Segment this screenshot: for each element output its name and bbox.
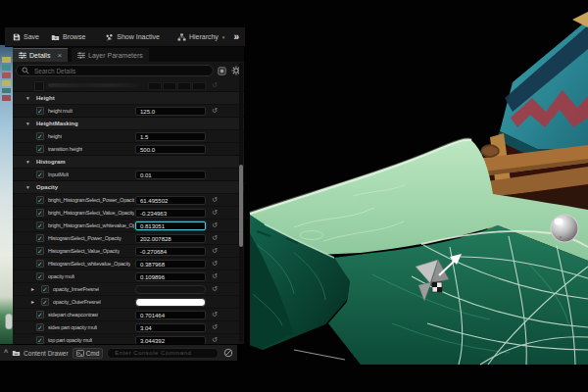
chevron-down-icon: ▾ [26, 159, 29, 165]
search-input[interactable] [32, 67, 208, 75]
value-field[interactable]: 61.495502 [135, 196, 206, 205]
search-icon [22, 67, 29, 74]
revision-control-button[interactable] [222, 348, 233, 359]
browse-button[interactable]: Browse [47, 31, 89, 43]
hierarchy-button[interactable]: Hierarchy ▾ [173, 31, 228, 43]
checkbox-checked[interactable]: ✓ [36, 323, 44, 331]
close-icon[interactable]: × [57, 51, 62, 60]
checkbox-checked[interactable]: ✓ [36, 209, 44, 217]
reset-icon[interactable]: ↺ [212, 323, 218, 331]
reset-icon[interactable]: ↺ [212, 221, 218, 229]
value-field[interactable]: 0.01 [135, 171, 206, 179]
toolbar-overflow-button[interactable]: » [233, 31, 241, 42]
expand-drawer-icon[interactable]: ^ [4, 350, 8, 356]
checkbox-checked[interactable]: ✓ [36, 221, 44, 229]
console-field[interactable] [107, 348, 219, 359]
parameter-row-histogramselect-power-opacity: ✓HistogramSelect_Power_Opacity202.007828… [13, 231, 244, 244]
show-inactive-button[interactable]: Show Inactive [101, 31, 164, 43]
section-header-heightmasking[interactable]: ▾HeightMasking [13, 117, 244, 129]
content-drawer-button[interactable]: Content Drawer [12, 349, 69, 357]
reset-icon[interactable]: ↺ [212, 196, 218, 204]
chevron-down-icon: ▾ [222, 34, 225, 40]
checkbox-checked[interactable]: ✓ [36, 336, 44, 344]
checkbox-checked[interactable]: ✓ [36, 107, 44, 115]
reset-icon[interactable]: ↺ [212, 247, 218, 255]
color-swatch[interactable] [135, 285, 206, 294]
checkbox-checked[interactable]: ✓ [36, 260, 44, 268]
chevron-down-icon: ▾ [26, 95, 29, 101]
panel-options-icon [218, 67, 226, 75]
value-field[interactable]: 500.0 [135, 145, 206, 154]
value-field[interactable]: -0.270684 [135, 247, 206, 256]
value-field[interactable]: 0.109896 [135, 272, 206, 281]
value-field[interactable]: -0.234963 [135, 209, 206, 218]
parameter-row-bright-histogramselect-power-opacity: ✓bright_HistogramSelect_Power_Opacity61.… [13, 193, 244, 206]
cmd-icon [76, 350, 84, 357]
cmd-button[interactable]: Cmd [73, 348, 104, 359]
parameter-row-opacity-mult: ✓opacity mult0.109896↺ [13, 270, 244, 282]
checkbox-checked[interactable]: ✓ [36, 196, 44, 204]
save-button[interactable]: Save [9, 31, 43, 43]
reflection-sphere-gizmo[interactable] [551, 215, 578, 242]
value-field[interactable]: 202.007828 [135, 234, 206, 243]
parameter-label: bright_HistogramSelect_Value_Opacity [48, 210, 134, 216]
color-swatch[interactable] [135, 298, 206, 307]
checkbox-checked[interactable]: ✓ [36, 311, 44, 318]
checkbox-checked[interactable]: ✓ [36, 247, 44, 255]
reset-icon[interactable]: ↺ [212, 260, 218, 268]
checkbox-checked[interactable]: ✓ [41, 285, 49, 293]
reset-icon[interactable]: ↺ [212, 234, 218, 242]
value-field[interactable]: 125.0 [135, 107, 206, 116]
browse-label: Browse [63, 33, 85, 40]
expand-chevron-icon[interactable]: ▸ [31, 298, 34, 305]
console-input[interactable] [113, 349, 213, 357]
sliders-icon [77, 52, 85, 59]
section-header-height[interactable]: ▾Height [13, 91, 244, 104]
expand-chevron-icon[interactable]: ▸ [31, 285, 34, 292]
top-toolbar: Save Browse Show Inactive Hierarchy ▾ » [5, 27, 245, 47]
parameter-row-histogramselect-value-opacity: ✓HistogramSelect_Value_Opacity-0.270684↺ [13, 244, 244, 257]
reset-icon[interactable]: ↺ [212, 285, 218, 293]
section-header-histogram[interactable]: ▾Histogram [13, 155, 244, 168]
checkbox-checked[interactable]: ✓ [36, 272, 44, 280]
search-box[interactable] [16, 65, 214, 76]
parameter-row-transition-height: ✓transition height500.0 [13, 142, 244, 155]
value-field[interactable]: 3.044392 [135, 336, 206, 345]
parameter-row-inputmult: ✓InputMult0.01 [13, 168, 244, 180]
checkbox-checked[interactable]: ✓ [36, 171, 44, 178]
checkbox[interactable] [34, 81, 44, 91]
chevron-down-icon: ▾ [26, 121, 29, 126]
section-label: Height [36, 95, 55, 101]
sliders-icon [19, 52, 26, 59]
tab-details[interactable]: Details × [13, 48, 68, 62]
reset-icon[interactable]: ↺ [212, 272, 218, 280]
cmd-label: Cmd [86, 350, 100, 357]
reset-icon[interactable]: ↺ [212, 107, 218, 115]
checkbox-checked[interactable]: ✓ [36, 145, 44, 153]
parameter-label: InputMult [48, 172, 69, 177]
reset-icon[interactable]: ↺ [212, 209, 218, 217]
checkbox-checked[interactable]: ✓ [36, 234, 44, 242]
value-field[interactable]: 0.387968 [135, 260, 206, 269]
reset-icon[interactable]: ↺ [212, 81, 218, 89]
tab-layer-parameters[interactable]: Layer Parameters [72, 48, 149, 62]
parameter-label: HistogramSelect_Power_Opacity [48, 235, 122, 241]
reset-icon[interactable]: ↺ [212, 311, 218, 318]
reset-icon[interactable]: ↺ [212, 336, 218, 344]
save-icon [13, 33, 21, 41]
value-field[interactable]: 3.04 [135, 323, 206, 332]
search-row [13, 62, 244, 79]
details-view-options-button[interactable] [217, 66, 227, 76]
scrollbar-thumb[interactable] [239, 165, 243, 247]
value-field[interactable]: 1.5 [135, 132, 206, 141]
parameter-row-opacity-innerfresnel: ▸✓opacity_InnerFresnel↺ [13, 282, 244, 295]
value-field[interactable]: 0.701464 [135, 311, 206, 319]
parameter-label: opacity mult [48, 273, 74, 279]
status-bar: ^ Content Drawer Cmd [0, 344, 237, 361]
hierarchy-icon [177, 33, 186, 41]
value-field[interactable]: 0.813051 [135, 221, 206, 230]
parameter-row-opacity-outerfresnel: ▸✓opacity_OuterFresnel [13, 295, 244, 308]
checkbox-checked[interactable]: ✓ [36, 132, 44, 140]
checkbox-checked[interactable]: ✓ [41, 298, 49, 306]
section-header-opacity[interactable]: ▾Opacity [13, 180, 244, 193]
